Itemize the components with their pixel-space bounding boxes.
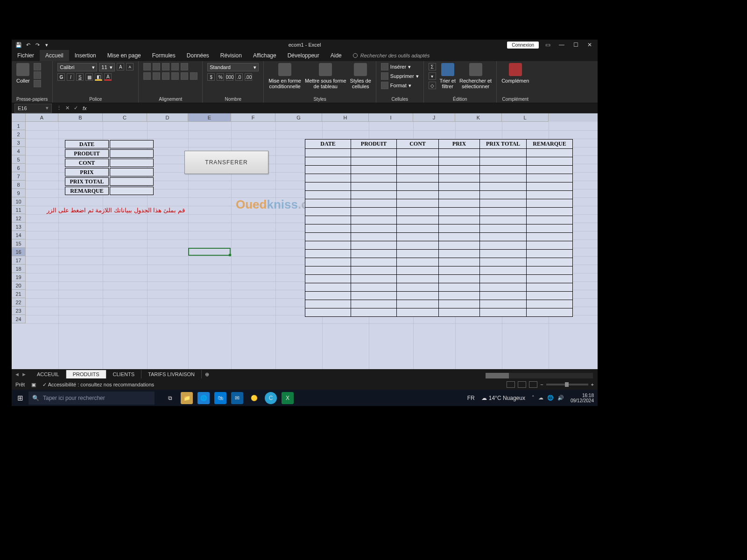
- insert-cells-button[interactable]: Insérer ▾: [381, 63, 419, 70]
- border-button[interactable]: ▦: [85, 73, 93, 81]
- table-cell[interactable]: [480, 283, 527, 292]
- align-bottom-icon[interactable]: [162, 63, 169, 70]
- fill-icon[interactable]: ▾: [429, 72, 436, 80]
- row-header-23[interactable]: 23: [12, 307, 26, 315]
- table-cell[interactable]: [439, 208, 480, 216]
- table-cell[interactable]: [305, 300, 351, 308]
- app-c-icon[interactable]: C: [265, 392, 277, 404]
- table-cell[interactable]: [439, 266, 480, 275]
- delete-cells-button[interactable]: Supprimer ▾: [381, 72, 419, 80]
- table-cell[interactable]: [305, 208, 351, 216]
- table-cell[interactable]: [351, 199, 397, 208]
- fx-icon[interactable]: fx: [80, 105, 90, 111]
- percent-format-icon[interactable]: %: [217, 73, 224, 81]
- horizontal-scrollbar[interactable]: [486, 373, 593, 378]
- bold-button[interactable]: G: [57, 73, 65, 81]
- row-header-20[interactable]: 20: [12, 281, 26, 290]
- tab-affichage[interactable]: Affichage: [247, 50, 282, 61]
- table-cell[interactable]: [397, 208, 439, 216]
- qat-more-icon[interactable]: ▾: [43, 42, 50, 48]
- table-cell[interactable]: [351, 191, 397, 199]
- row-header-2[interactable]: 2: [12, 130, 26, 139]
- table-cell[interactable]: [397, 199, 439, 208]
- number-format-select[interactable]: Standard▾: [207, 63, 259, 71]
- table-cell[interactable]: [439, 166, 480, 174]
- formula-input[interactable]: [90, 104, 598, 113]
- table-cell[interactable]: [397, 283, 439, 292]
- edge-icon[interactable]: 🌐: [197, 392, 210, 404]
- table-cell[interactable]: [397, 266, 439, 275]
- table-cell[interactable]: [397, 182, 439, 191]
- wrap-text-icon[interactable]: [181, 63, 188, 70]
- sheet-nav-next-icon[interactable]: ►: [21, 371, 27, 377]
- table-cell[interactable]: [439, 308, 480, 317]
- table-cell[interactable]: [305, 174, 351, 182]
- table-cell[interactable]: [305, 157, 351, 166]
- table-cell[interactable]: [527, 250, 573, 258]
- table-cell[interactable]: [351, 266, 397, 275]
- table-cell[interactable]: [527, 208, 573, 216]
- tab-développeur[interactable]: Développeur: [282, 50, 325, 61]
- comma-format-icon[interactable]: 000: [226, 73, 233, 81]
- input-value-cell[interactable]: [110, 149, 154, 158]
- column-header-D[interactable]: D: [147, 113, 188, 122]
- table-cell[interactable]: [305, 292, 351, 300]
- table-cell[interactable]: [397, 292, 439, 300]
- table-cell[interactable]: [397, 174, 439, 182]
- table-cell[interactable]: [480, 233, 527, 241]
- column-header-G[interactable]: G: [275, 113, 322, 122]
- italic-button[interactable]: I: [67, 73, 74, 81]
- row-header-8[interactable]: 8: [12, 181, 26, 189]
- table-cell[interactable]: [439, 275, 480, 283]
- row-header-21[interactable]: 21: [12, 290, 26, 298]
- row-header-18[interactable]: 18: [12, 265, 26, 273]
- page-break-view-button[interactable]: [529, 381, 537, 388]
- row-header-17[interactable]: 17: [12, 256, 26, 265]
- save-icon[interactable]: 💾: [15, 42, 22, 48]
- accounting-format-icon[interactable]: $: [207, 73, 215, 81]
- table-cell[interactable]: [527, 157, 573, 166]
- table-cell[interactable]: [351, 292, 397, 300]
- row-header-10[interactable]: 10: [12, 197, 26, 206]
- table-cell[interactable]: [480, 224, 527, 233]
- table-cell[interactable]: [480, 241, 527, 250]
- fill-color-button[interactable]: ◧: [95, 73, 102, 81]
- table-cell[interactable]: [351, 174, 397, 182]
- zoom-slider-thumb[interactable]: [565, 382, 569, 387]
- table-cell[interactable]: [305, 199, 351, 208]
- row-header-12[interactable]: 12: [12, 214, 26, 223]
- table-cell[interactable]: [397, 275, 439, 283]
- table-cell[interactable]: [480, 182, 527, 191]
- row-header-14[interactable]: 14: [12, 231, 26, 239]
- maximize-button[interactable]: ☐: [571, 42, 581, 48]
- row-header-16[interactable]: 16: [12, 248, 26, 256]
- add-sheet-button[interactable]: ⊕: [202, 371, 212, 378]
- column-header-I[interactable]: I: [369, 113, 413, 122]
- store-icon[interactable]: 🛍: [214, 392, 226, 404]
- tab-fichier[interactable]: Fichier: [12, 50, 40, 61]
- merge-cells-icon[interactable]: [190, 72, 197, 80]
- table-cell[interactable]: [480, 300, 527, 308]
- tab-aide[interactable]: Aide: [325, 50, 347, 61]
- table-cell[interactable]: [439, 300, 480, 308]
- addins-button[interactable]: Complémen: [501, 63, 529, 84]
- taskbar-clock[interactable]: 16:18 09/12/2024: [571, 393, 594, 403]
- row-header-24[interactable]: 24: [12, 315, 26, 323]
- file-explorer-icon[interactable]: 📁: [181, 392, 193, 404]
- sheet-tab-tarifs-livraison[interactable]: TARIFS LIVRAISON: [141, 370, 202, 378]
- table-cell[interactable]: [351, 250, 397, 258]
- zoom-out-button[interactable]: −: [540, 382, 543, 387]
- tab-révision[interactable]: Révision: [215, 50, 247, 61]
- enter-formula-icon[interactable]: ✓: [71, 105, 80, 111]
- table-cell[interactable]: [397, 166, 439, 174]
- table-cell[interactable]: [527, 233, 573, 241]
- row-header-11[interactable]: 11: [12, 206, 26, 214]
- chrome-icon[interactable]: 🟡: [248, 392, 260, 404]
- table-cell[interactable]: [527, 191, 573, 199]
- table-cell[interactable]: [439, 191, 480, 199]
- table-cell[interactable]: [439, 182, 480, 191]
- table-cell[interactable]: [397, 149, 439, 157]
- table-cell[interactable]: [439, 283, 480, 292]
- table-cell[interactable]: [439, 199, 480, 208]
- sheet-tab-clients[interactable]: CLIENTS: [106, 370, 141, 378]
